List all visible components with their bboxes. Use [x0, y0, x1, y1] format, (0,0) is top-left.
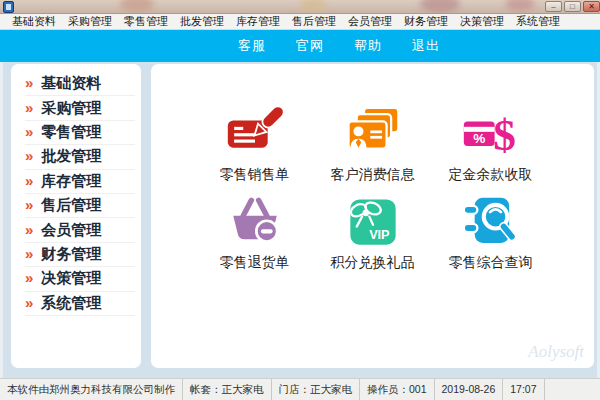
status-bar: 本软件由郑州奥力科技有限公司制作 帐套：正大家电 门店：正大家电 操作员：001… — [0, 378, 600, 400]
shortcut-customer-consumption-info[interactable]: 客户消费信息 — [314, 106, 432, 190]
chevron-double-right-icon: » — [25, 222, 33, 237]
glass-blob — [120, 0, 154, 12]
menu-item-purchasing[interactable]: 采购管理 — [62, 14, 118, 29]
shortcut-label: 零售退货单 — [220, 254, 290, 272]
chevron-double-right-icon: » — [25, 270, 33, 285]
shortcut-label: 客户消费信息 — [331, 166, 415, 184]
app-icon — [3, 1, 14, 13]
menu-item-decision[interactable]: 决策管理 — [454, 14, 510, 29]
help-link[interactable]: 帮助 — [354, 37, 382, 55]
app-window: – □ ✕ 基础资料 采购管理 零售管理 批发管理 库存管理 售后管理 会员管理… — [0, 0, 600, 400]
customer-service-link[interactable]: 客服 — [238, 37, 266, 55]
sidebar-item-label: 批发管理 — [41, 147, 101, 166]
sidebar-item-label: 库存管理 — [41, 172, 101, 191]
shortcut-label: 零售销售单 — [220, 166, 290, 184]
glass-blob — [300, 0, 326, 12]
glass-blob — [505, 0, 535, 11]
sidebar-item-label: 采购管理 — [41, 99, 101, 118]
svg-text:%: % — [473, 131, 485, 146]
shortcut-points-exchange-gift[interactable]: VIP 积分兑换礼品 — [314, 194, 432, 278]
status-date: 2019-08-26 — [435, 379, 504, 400]
shortcut-retail-return-order[interactable]: 零售退货单 — [196, 194, 314, 278]
shortcut-deposit-balance-collect[interactable]: % $ 定金余款收取 — [432, 106, 550, 190]
sidebar-item-label: 决策管理 — [41, 269, 101, 288]
sidebar-item-system[interactable]: » 系统管理 — [25, 292, 135, 316]
exit-link[interactable]: 退出 — [412, 37, 440, 55]
maximize-button[interactable]: □ — [564, 1, 581, 12]
basket-minus-icon — [223, 194, 287, 252]
close-button[interactable]: ✕ — [583, 1, 600, 12]
sidebar-item-finance[interactable]: » 财务管理 — [25, 243, 135, 267]
sidebar: » 基础资料 » 采购管理 » 零售管理 » 批发管理 » 库存管理 » 售后管… — [11, 64, 141, 368]
status-time: 17:07 — [503, 379, 544, 400]
notebook-search-icon — [459, 194, 523, 252]
menu-item-finance[interactable]: 财务管理 — [398, 14, 454, 29]
menu-item-system[interactable]: 系统管理 — [510, 14, 566, 29]
status-account-set: 帐套：正大家电 — [183, 379, 272, 400]
card-dollar-icon: % $ — [459, 106, 523, 164]
content-area: » 基础资料 » 采购管理 » 零售管理 » 批发管理 » 库存管理 » 售后管… — [3, 62, 597, 378]
status-store: 门店：正大家电 — [272, 379, 361, 400]
menu-item-retail[interactable]: 零售管理 — [118, 14, 174, 29]
sidebar-item-decision[interactable]: » 决策管理 — [25, 267, 135, 291]
chevron-double-right-icon: » — [25, 295, 33, 310]
chevron-double-right-icon: » — [25, 124, 33, 139]
title-bar: – □ ✕ — [0, 0, 600, 14]
menu-item-members[interactable]: 会员管理 — [342, 14, 398, 29]
chevron-double-right-icon: » — [25, 173, 33, 188]
main-panel: 零售销售单 客户消费信息 — [151, 64, 594, 368]
customer-cards-icon — [341, 106, 405, 164]
sidebar-item-aftersales[interactable]: » 售后管理 — [25, 194, 135, 218]
receipt-pen-icon — [223, 106, 287, 164]
shortcut-retail-sales-order[interactable]: 零售销售单 — [196, 106, 314, 190]
sidebar-item-label: 售后管理 — [41, 196, 101, 215]
glass-blob — [420, 0, 460, 13]
sidebar-item-label: 会员管理 — [41, 221, 101, 240]
svg-text:VIP: VIP — [369, 228, 390, 242]
gift-vip-icon: VIP — [341, 194, 405, 252]
chevron-double-right-icon: » — [25, 100, 33, 115]
menu-item-aftersales[interactable]: 售后管理 — [286, 14, 342, 29]
shortcut-retail-comprehensive-query[interactable]: 零售综合查询 — [432, 194, 550, 278]
menu-item-basic-data[interactable]: 基础资料 — [6, 14, 62, 29]
shortcut-label: 零售综合查询 — [449, 254, 533, 272]
sidebar-item-members[interactable]: » 会员管理 — [25, 218, 135, 242]
status-operator: 操作员：001 — [360, 379, 435, 400]
watermark: Aolysoft — [528, 342, 584, 362]
sidebar-item-label: 系统管理 — [41, 294, 101, 313]
menu-bar: 基础资料 采购管理 零售管理 批发管理 库存管理 售后管理 会员管理 财务管理 … — [0, 14, 600, 30]
official-site-link[interactable]: 官网 — [296, 37, 324, 55]
minimize-button[interactable]: – — [545, 1, 562, 12]
sidebar-item-wholesale[interactable]: » 批发管理 — [25, 145, 135, 169]
sidebar-item-label: 零售管理 — [41, 123, 101, 142]
sidebar-item-label: 基础资料 — [41, 74, 101, 93]
window-controls: – □ ✕ — [545, 1, 600, 12]
sidebar-item-retail[interactable]: » 零售管理 — [25, 121, 135, 145]
status-company: 本软件由郑州奥力科技有限公司制作 — [0, 379, 183, 400]
menu-item-wholesale[interactable]: 批发管理 — [174, 14, 230, 29]
menu-item-inventory[interactable]: 库存管理 — [230, 14, 286, 29]
sidebar-item-inventory[interactable]: » 库存管理 — [25, 170, 135, 194]
chevron-double-right-icon: » — [25, 246, 33, 261]
sidebar-item-basic-data[interactable]: » 基础资料 — [25, 72, 135, 96]
sidebar-item-label: 财务管理 — [41, 245, 101, 264]
shortcut-label: 积分兑换礼品 — [331, 254, 415, 272]
chevron-double-right-icon: » — [25, 197, 33, 212]
sidebar-item-purchasing[interactable]: » 采购管理 — [25, 96, 135, 120]
shortcut-grid: 零售销售单 客户消费信息 — [151, 106, 594, 278]
shortcut-label: 定金余款收取 — [449, 166, 533, 184]
svg-text:$: $ — [493, 110, 516, 160]
top-toolbar: 客服 官网 帮助 退出 — [0, 30, 600, 62]
chevron-double-right-icon: » — [25, 75, 33, 90]
chevron-double-right-icon: » — [25, 148, 33, 163]
